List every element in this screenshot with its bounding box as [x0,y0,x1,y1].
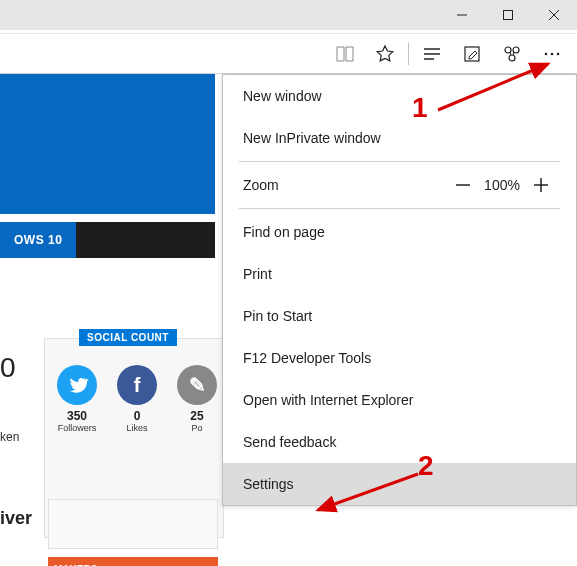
menu-open-ie[interactable]: Open with Internet Explorer [223,379,576,421]
text-fragment-iver: iver [0,508,32,529]
zoom-value: 100% [478,177,526,193]
twitter-icon [57,365,97,405]
menu-settings[interactable]: Settings [223,463,576,505]
more-actions-menu: New window New InPrivate window Zoom 100… [222,74,577,506]
toolbar-separator [408,43,409,65]
headline-fragment: 0 [0,352,16,384]
menu-new-window[interactable]: New window [223,75,576,117]
svg-point-13 [545,52,548,55]
svg-point-15 [557,52,560,55]
twitter-count: 350 [67,409,87,423]
svg-point-10 [509,55,515,61]
zoom-label: Zoom [243,177,448,193]
close-button[interactable] [531,0,577,30]
social-twitter[interactable]: 350 Followers [57,365,97,433]
twitter-label: Followers [58,423,97,433]
web-note-icon[interactable] [453,35,491,73]
menu-send-feedback[interactable]: Send feedback [223,421,576,463]
menu-f12-devtools[interactable]: F12 Developer Tools [223,337,576,379]
hub-icon[interactable] [413,35,451,73]
more-actions-icon[interactable] [533,35,571,73]
third-label: Po [191,423,202,433]
facebook-label: Likes [126,423,147,433]
menu-find-on-page[interactable]: Find on page [223,211,576,253]
window-titlebar [0,0,577,30]
facebook-icon: f [117,365,157,405]
menu-pin-to-start[interactable]: Pin to Start [223,295,576,337]
text-fragment-ken: ken [0,430,19,444]
hero-banner [0,74,215,214]
svg-line-12 [513,52,514,55]
social-facebook[interactable]: f 0 Likes [117,365,157,433]
menu-zoom-row: Zoom 100% [223,164,576,206]
zoom-in-button[interactable] [526,176,556,194]
svg-point-14 [551,52,554,55]
third-count: 25 [190,409,203,423]
menu-print[interactable]: Print [223,253,576,295]
zoom-out-button[interactable] [448,176,478,194]
reading-view-icon[interactable] [326,35,364,73]
makers-banner[interactable]: MAKERS [48,557,218,566]
svg-line-11 [510,52,511,55]
svg-rect-1 [504,11,513,20]
pencil-icon: ✎ [177,365,217,405]
nav-tab-windows10[interactable]: OWS 10 [0,222,76,258]
share-icon[interactable] [493,35,531,73]
social-count-badge: SOCIAL COUNT [79,329,177,346]
facebook-count: 0 [134,409,141,423]
ad-box-1[interactable] [48,499,218,549]
social-third[interactable]: ✎ 25 Po [177,365,217,433]
maximize-button[interactable] [485,0,531,30]
browser-toolbar [0,34,577,74]
side-column: MAKERS [48,499,218,566]
minimize-button[interactable] [439,0,485,30]
menu-new-inprivate[interactable]: New InPrivate window [223,117,576,159]
menu-separator [239,161,560,162]
favorites-star-icon[interactable] [366,35,404,73]
menu-separator [239,208,560,209]
